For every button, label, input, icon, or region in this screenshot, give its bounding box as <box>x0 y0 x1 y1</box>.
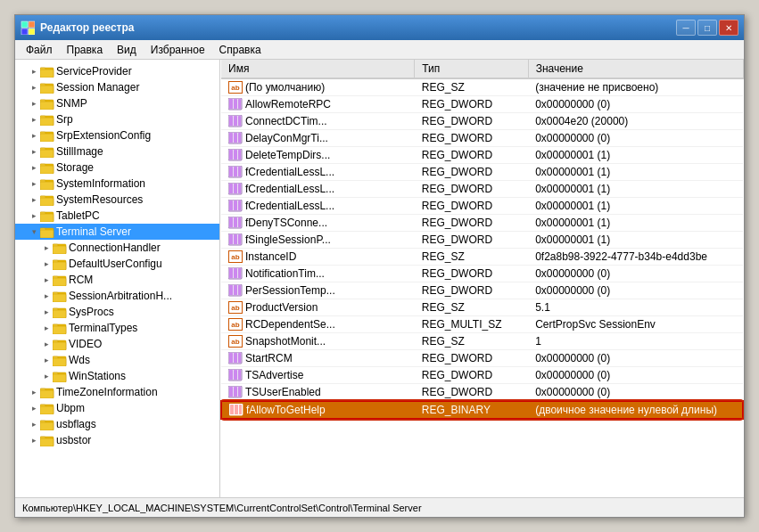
tree-item-video[interactable]: ▸ VIDEO <box>15 336 219 352</box>
menu-item-файл[interactable]: Файл <box>19 42 60 58</box>
entry-name: fCredentialLessL... <box>221 164 415 181</box>
tree-item-winStations[interactable]: ▸ WinStations <box>15 368 219 384</box>
tree-item-sessionArbitration[interactable]: ▸ SessionArbitrationH... <box>15 288 219 304</box>
maximize-button[interactable]: □ <box>697 20 717 36</box>
tree-item-serviceProvider[interactable]: ▸ ServiceProvider <box>15 63 219 79</box>
entry-name: TSUserEnabled <box>221 384 415 402</box>
table-row[interactable]: fDenyTSConne... REG_DWORD 0x00000001 (1) <box>221 215 743 232</box>
tree-item-defaultUserConfig[interactable]: ▸ DefaultUserConfigu <box>15 256 219 272</box>
expand-icon-wds: ▸ <box>40 354 53 366</box>
tree-item-srpExtensionConfig[interactable]: ▸ SrpExtensionConfig <box>15 127 219 143</box>
tree-item-terminalTypes[interactable]: ▸ TerminalTypes <box>15 320 219 336</box>
tree-item-tabletPC[interactable]: ▸ TabletPC <box>15 208 219 224</box>
col-name[interactable]: Имя <box>221 60 415 78</box>
tree-item-wds[interactable]: ▸ Wds <box>15 352 219 368</box>
table-row[interactable]: fCredentialLessL... REG_DWORD 0x00000001… <box>221 198 743 215</box>
registry-tree[interactable]: ▸ ServiceProvider ▸ Session Manager <box>15 60 220 497</box>
table-row[interactable]: PerSessionTemp... REG_DWORD 0x00000000 (… <box>221 282 743 299</box>
expand-icon-storage: ▸ <box>28 161 40 174</box>
table-row[interactable]: StartRCM REG_DWORD 0x00000000 (0) <box>221 350 743 367</box>
svg-rect-95 <box>238 167 241 176</box>
svg-rect-60 <box>53 358 66 366</box>
tree-item-rcm[interactable]: ▸ RCM <box>15 272 219 288</box>
tree-label-systemInformation: SystemInformation <box>56 177 145 190</box>
folder-icon-srp <box>40 112 54 127</box>
col-value[interactable]: Значение <box>528 60 743 78</box>
svg-rect-127 <box>238 370 241 380</box>
table-row[interactable]: DelayConMgrTi... REG_DWORD 0x00000000 (0… <box>221 130 743 147</box>
entry-type: REG_DWORD <box>415 113 528 130</box>
tree-item-systemInformation[interactable]: ▸ SystemInformation <box>15 176 219 192</box>
table-row[interactable]: ab InstanceID REG_SZ 0f2a8b98-3922-4777-… <box>221 249 743 266</box>
folder-icon-rcm <box>53 273 67 287</box>
entry-value: 0x00000000 (0) <box>528 266 743 282</box>
table-row[interactable]: fAllowToGetHelp REG_BINARY (двоичное зна… <box>221 401 743 419</box>
svg-rect-83 <box>238 116 241 126</box>
entry-name: fCredentialLessL... <box>221 181 415 198</box>
tree-item-usbflags[interactable]: ▸ usbflags <box>15 416 219 432</box>
svg-rect-30 <box>40 198 54 206</box>
tree-item-stillImage[interactable]: ▸ StillImage <box>15 143 219 160</box>
entry-type: REG_DWORD <box>415 266 528 282</box>
tree-item-usbstor[interactable]: ▸ usbstor <box>15 432 219 448</box>
svg-rect-90 <box>234 150 237 160</box>
entry-type: REG_DWORD <box>415 147 528 164</box>
menu-item-вид[interactable]: Вид <box>110 42 144 58</box>
entry-value: 0x00000000 (0) <box>528 130 743 147</box>
table-row[interactable]: DeleteTempDirs... REG_DWORD 0x00000001 (… <box>221 147 743 164</box>
svg-rect-42 <box>53 262 66 270</box>
tree-item-sysProcs[interactable]: ▸ SysProcs <box>15 304 219 320</box>
svg-rect-102 <box>234 201 237 210</box>
col-type[interactable]: Тип <box>415 60 528 78</box>
tree-item-terminalServer[interactable]: ▾ Terminal Server <box>15 224 219 240</box>
entry-name: ab (По умолчанию) <box>221 78 415 96</box>
table-row[interactable]: ConnectDCTim... REG_DWORD 0x0004e20 (200… <box>221 113 743 130</box>
menu-item-правка[interactable]: Правка <box>60 42 111 58</box>
tree-item-storage[interactable]: ▸ Storage <box>15 160 219 176</box>
entry-value: 0x00000001 (1) <box>528 181 743 198</box>
expand-icon-rcm: ▸ <box>40 274 53 286</box>
table-row[interactable]: fCredentialLessL... REG_DWORD 0x00000001… <box>221 164 743 181</box>
close-button[interactable]: ✕ <box>719 20 738 36</box>
tree-item-sessionManager[interactable]: ▸ Session Manager <box>15 79 219 95</box>
svg-rect-87 <box>238 133 241 143</box>
entry-name: fSingleSessionP... <box>221 232 415 249</box>
entry-name: fAllowToGetHelp <box>221 401 415 419</box>
entry-type: REG_DWORD <box>415 181 528 198</box>
tree-item-connectionHandler[interactable]: ▸ ConnectionHandler <box>15 240 219 256</box>
entry-value: 0x00000001 (1) <box>528 164 743 181</box>
table-row[interactable]: ab SnapshotMonit... REG_SZ 1 <box>221 333 743 350</box>
table-row[interactable]: AllowRemoteRPC REG_DWORD 0x00000000 (0) <box>221 96 743 113</box>
tree-label-tabletPC: TabletPC <box>56 209 100 222</box>
tree-item-srp[interactable]: ▸ Srp <box>15 111 219 127</box>
menu-item-справка[interactable]: Справка <box>212 42 268 58</box>
tree-label-sessionManager: Session Manager <box>56 81 139 94</box>
entry-value: 0x00000000 (0) <box>528 282 743 299</box>
registry-values[interactable]: Имя Тип Значение ab (По умолчанию) REG_S… <box>220 60 744 497</box>
table-row[interactable]: ab ProductVersion REG_SZ 5.1 <box>221 299 743 316</box>
tree-label-snmp: SNMP <box>56 97 87 110</box>
table-row[interactable]: fSingleSessionP... REG_DWORD 0x00000001 … <box>221 232 743 249</box>
table-row[interactable]: TSAdvertise REG_DWORD 0x00000000 (0) <box>221 367 743 384</box>
table-row[interactable]: ab RCDependentSe... REG_MULTI_SZ CertPro… <box>221 316 743 333</box>
entry-name: ab InstanceID <box>221 249 415 266</box>
svg-rect-133 <box>230 405 234 414</box>
folder-icon-timeZoneInformation <box>40 385 54 399</box>
folder-icon-serviceProvider <box>40 64 54 78</box>
minimize-button[interactable]: ─ <box>676 20 696 36</box>
expand-icon-terminalTypes: ▸ <box>40 322 53 334</box>
table-row[interactable]: fCredentialLessL... REG_DWORD 0x00000001… <box>221 181 743 198</box>
table-row[interactable]: TSUserEnabled REG_DWORD 0x00000000 (0) <box>221 384 743 402</box>
table-row[interactable]: NotificationTim... REG_DWORD 0x00000000 … <box>221 266 743 282</box>
folder-icon-ubpm <box>40 401 54 415</box>
tree-item-timeZoneInformation[interactable]: ▸ TimeZoneInformation <box>15 384 219 400</box>
svg-rect-125 <box>229 370 233 380</box>
tree-item-snmp[interactable]: ▸ SNMP <box>15 95 219 111</box>
table-row[interactable]: ab (По умолчанию) REG_SZ (значение не пр… <box>221 78 743 96</box>
svg-rect-110 <box>234 234 237 244</box>
tree-item-systemResources[interactable]: ▸ SystemResources <box>15 192 219 208</box>
tree-item-ubpm[interactable]: ▸ Ubpm <box>15 400 219 416</box>
entry-type: REG_DWORD <box>415 198 528 215</box>
entry-value: CertPropSvc SessionEnv <box>528 316 743 333</box>
menu-item-избранное[interactable]: Избранное <box>144 42 212 58</box>
